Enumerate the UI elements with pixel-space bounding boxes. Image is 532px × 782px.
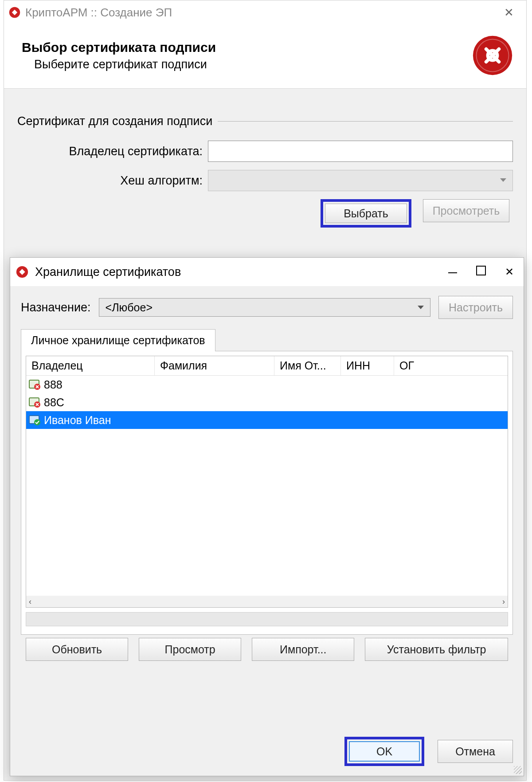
cert-store-title: Хранилище сертификатов xyxy=(35,265,438,279)
resize-grip-icon[interactable] xyxy=(514,766,522,774)
col-name[interactable]: Имя От... xyxy=(274,356,341,375)
tab-panel: Владелец Фамилия Имя От... ИНН ОГ 88888C… xyxy=(21,351,513,635)
cryptoarm-logo-icon xyxy=(471,34,514,77)
app-icon xyxy=(16,265,29,279)
horizontal-scrollbar[interactable]: ‹ › xyxy=(26,596,508,607)
wizard-header-subtitle: Выберите сертификат подписи xyxy=(34,58,216,71)
configure-button[interactable]: Настроить xyxy=(438,296,513,319)
app-icon xyxy=(8,6,21,19)
col-inn[interactable]: ИНН xyxy=(341,356,394,375)
cert-store-dialog: Хранилище сертификатов Назначение: <Любо… xyxy=(10,257,524,776)
minimize-button[interactable] xyxy=(438,259,467,285)
certificate-row[interactable]: 888 xyxy=(26,376,508,393)
wizard-close-button[interactable]: ✕ xyxy=(496,4,522,21)
col-surname[interactable]: Фамилия xyxy=(155,356,274,375)
fieldset-signing-cert: Сертификат для создания подписи xyxy=(17,114,212,128)
certificate-owner: 88C xyxy=(44,396,64,409)
refresh-button[interactable]: Обновить xyxy=(26,638,128,661)
maximize-button[interactable] xyxy=(467,259,495,285)
purpose-label: Назначение: xyxy=(21,301,91,314)
wizard-title: КриптоАРМ :: Создание ЭП xyxy=(25,6,496,20)
select-button[interactable]: Выбрать xyxy=(325,204,407,223)
cert-store-titlebar: Хранилище сертификатов xyxy=(10,258,524,286)
cancel-button[interactable]: Отмена xyxy=(438,740,513,763)
col-ogrn[interactable]: ОГ xyxy=(394,356,425,375)
certificate-owner: Иванов Иван xyxy=(44,414,111,427)
scroll-left-icon[interactable]: ‹ xyxy=(29,597,31,606)
certificate-row[interactable]: Иванов Иван xyxy=(26,411,508,429)
purpose-select[interactable]: <Любое> xyxy=(99,298,430,317)
wizard-header-title: Выбор сертификата подписи xyxy=(22,40,216,55)
hash-select[interactable] xyxy=(208,170,513,191)
scroll-right-icon[interactable]: › xyxy=(502,597,505,606)
wizard-titlebar: КриптоАРМ :: Создание ЭП ✕ xyxy=(4,0,526,24)
ok-button[interactable]: OK xyxy=(349,741,420,762)
divider xyxy=(218,121,513,122)
owner-label: Владелец сертификата: xyxy=(17,145,208,158)
list-header: Владелец Фамилия Имя От... ИНН ОГ xyxy=(26,356,508,376)
view-button[interactable]: Просмотреть xyxy=(423,199,509,222)
ok-button-highlight: OK xyxy=(344,737,424,766)
preview-button[interactable]: Просмотр xyxy=(139,638,241,661)
import-button[interactable]: Импорт... xyxy=(252,638,354,661)
certificate-list[interactable]: Владелец Фамилия Имя От... ИНН ОГ 88888C… xyxy=(26,356,508,608)
owner-input[interactable] xyxy=(208,141,513,162)
hash-label: Хеш алгоритм: xyxy=(17,174,208,188)
select-button-highlight: Выбрать xyxy=(321,199,411,228)
purpose-value: <Любое> xyxy=(106,301,153,314)
close-button[interactable] xyxy=(495,259,524,285)
col-owner[interactable]: Владелец xyxy=(26,356,155,375)
svg-point-12 xyxy=(34,419,40,425)
set-filter-button[interactable]: Установить фильтр xyxy=(365,638,508,661)
status-bar xyxy=(26,612,508,626)
wizard-header: Выбор сертификата подписи Выберите серти… xyxy=(4,24,526,89)
tab-personal-store[interactable]: Личное хранилище сертификатов xyxy=(21,329,215,351)
certificate-row[interactable]: 88C xyxy=(26,393,508,411)
certificate-owner: 888 xyxy=(44,378,63,391)
